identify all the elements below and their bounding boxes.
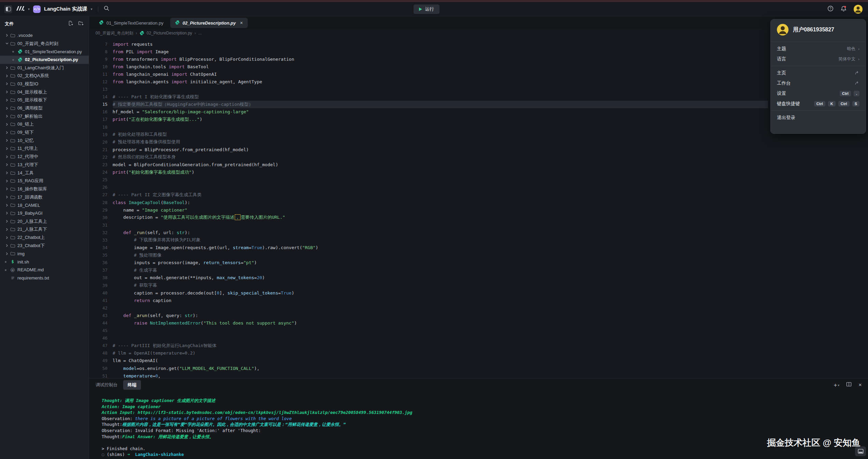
help-icon[interactable]: ?: [827, 5, 834, 13]
search-icon[interactable]: [104, 5, 110, 13]
user-menu-item[interactable]: 退出登录: [771, 113, 866, 123]
code-line[interactable]: 19# 初始化处理器和工具模型: [89, 131, 868, 138]
tree-item[interactable]: 13_代理下: [0, 161, 89, 169]
tree-item[interactable]: 02_PictureDescription.py: [0, 56, 89, 64]
tree-item[interactable]: 16_操作数据库: [0, 185, 89, 193]
tree-item[interactable]: 22_Chatbot上: [0, 233, 89, 242]
code-line[interactable]: 37 # 生成字幕: [89, 267, 868, 274]
chevron-right-icon[interactable]: [4, 163, 10, 166]
tree-item[interactable]: MREADME.md: [0, 266, 89, 274]
chevron-right-icon[interactable]: [4, 252, 10, 255]
terminal-output[interactable]: Thought: 调用 Image captioner 生成图片的文字描述Act…: [102, 398, 413, 458]
code-line[interactable]: 47# ---- PartIII 初始化并运行LangChain智能体: [89, 342, 868, 349]
code-line[interactable]: 36 inputs = processor(image, return_tens…: [89, 259, 868, 267]
chevron-right-icon[interactable]: [4, 74, 10, 77]
tree-item[interactable]: 05_提示模板下: [0, 96, 89, 104]
new-terminal-icon[interactable]: +▾: [834, 382, 839, 388]
code-line[interactable]: 34 image = Image.open(requests.get(url, …: [89, 244, 868, 252]
chevron-right-icon[interactable]: [4, 99, 10, 102]
run-button[interactable]: 运行: [414, 4, 439, 14]
tree-item[interactable]: 01_SimpleTextGeneration.py: [0, 47, 89, 56]
code-line[interactable]: 10from langchain.tools import BaseTool: [89, 63, 868, 70]
chevron-right-icon[interactable]: [4, 147, 10, 150]
tree-item[interactable]: img: [0, 250, 89, 258]
user-menu-item[interactable]: 键盘快捷键CtrlKCtrlS: [771, 99, 866, 109]
tree-item[interactable]: requirements.txt: [0, 274, 89, 282]
code-line[interactable]: 48# llm = OpenAI(temperature=0.2): [89, 349, 868, 357]
code-line[interactable]: 14# ---- Part I 初始化图像字幕生成模型: [89, 93, 868, 101]
user-menu-item[interactable]: 主页: [771, 68, 866, 78]
chevron-down-icon[interactable]: [4, 42, 10, 45]
editor-tab[interactable]: 01_SimpleTextGeneration.py: [94, 18, 168, 28]
editor-tab[interactable]: 02_PictureDescription.py✕: [170, 18, 248, 28]
tree-item[interactable]: $init.sh: [0, 258, 89, 266]
chevron-right-icon[interactable]: [4, 82, 10, 85]
code-line[interactable]: 46: [89, 334, 868, 342]
code-line[interactable]: 25: [89, 176, 868, 184]
code-line[interactable]: 24print("初始化图像字幕生成模型成功"): [89, 169, 868, 176]
notifications-bell-icon[interactable]: [840, 5, 847, 13]
tree-item[interactable]: 12_代理中: [0, 153, 89, 161]
code-line[interactable]: 13: [89, 86, 868, 93]
tree-item[interactable]: 20_人脉工具上: [0, 217, 89, 226]
new-file-icon[interactable]: [68, 20, 73, 27]
code-line[interactable]: 8from PIL import Image: [89, 48, 868, 55]
tree-item[interactable]: 17_回调函数: [0, 193, 89, 201]
code-line[interactable]: 11from langchain_openai import ChatOpenA…: [89, 70, 868, 78]
code-line[interactable]: 40 caption = processor.decode(out[0], sk…: [89, 289, 868, 297]
chevron-right-icon[interactable]: [4, 228, 10, 231]
tab-terminal[interactable]: 终端: [123, 380, 141, 390]
code-line[interactable]: 43 def _arun(self, query: str):: [89, 312, 868, 319]
code-line[interactable]: 18: [89, 123, 868, 131]
tree-item[interactable]: 19_BabyAGI: [0, 209, 89, 217]
chevron-right-icon[interactable]: [4, 115, 10, 118]
code-line[interactable]: 20# 预处理器将准备图像供模型使用: [89, 138, 868, 146]
user-menu-item[interactable]: 语言简体中文›: [771, 54, 866, 64]
tree-item[interactable]: 18_CAMEL: [0, 201, 89, 209]
code-line[interactable]: 50 model=os.environ.get("LLM_MODEL_4K_FU…: [89, 364, 868, 372]
tree-item[interactable]: 15_RAG应用: [0, 177, 89, 185]
chevron-right-icon[interactable]: [4, 107, 10, 110]
breadcrumb-item[interactable]: 02_PictureDescription.py: [147, 31, 192, 35]
chevron-right-icon[interactable]: [4, 204, 10, 207]
chevron-right-icon[interactable]: [4, 123, 10, 126]
tree-item[interactable]: .vscode: [0, 31, 89, 40]
tree-item[interactable]: 09_链下: [0, 128, 89, 137]
user-menu-item[interactable]: 设置Ctrl.: [771, 88, 866, 99]
chevron-right-icon[interactable]: [4, 180, 10, 183]
code-line[interactable]: 41 return caption: [89, 297, 868, 304]
code-line[interactable]: 32 def _run(self, url: str):: [89, 229, 868, 236]
code-line[interactable]: 26: [89, 184, 868, 191]
chevron-right-icon[interactable]: [4, 196, 10, 199]
code-line[interactable]: 16hf_model = "Salesforce/blip-image-capt…: [89, 108, 868, 116]
code-line[interactable]: 12from langchain.agents import initializ…: [89, 78, 868, 85]
project-title[interactable]: LangChain 实战课: [44, 6, 87, 12]
tree-item[interactable]: 02_文档QA系统: [0, 72, 89, 80]
code-line[interactable]: 42: [89, 304, 868, 312]
code-line[interactable]: 21processor = BlipProcessor.from_pretrai…: [89, 146, 868, 153]
user-avatar[interactable]: [854, 5, 863, 14]
code-line[interactable]: 17print("正在初始化图像字幕生成模型..."): [89, 116, 868, 123]
chevron-right-icon[interactable]: [4, 90, 10, 94]
code-line[interactable]: 9from transformers import BlipProcessor,…: [89, 55, 868, 63]
breadcrumb[interactable]: 00_开篇词_奇点时刻›02_PictureDescription.py›...: [89, 29, 868, 37]
tab-debug-console[interactable]: 调试控制台: [96, 382, 118, 388]
project-chevron-down-icon[interactable]: ▾: [91, 7, 92, 11]
tree-item[interactable]: 23_Chatbot下: [0, 242, 89, 250]
tree-item[interactable]: 10_记忆: [0, 137, 89, 145]
split-terminal-icon[interactable]: [846, 382, 852, 388]
code-line[interactable]: 45: [89, 327, 868, 334]
code-line[interactable]: 30 description = "使用该工具可以生成图片的文字描述，需要传入图…: [89, 214, 868, 221]
code-line-current[interactable]: 15# 指定要使用的工具模型（HuggingFace中的image-captio…: [89, 101, 868, 108]
marscode-logo-icon[interactable]: [16, 5, 25, 13]
tree-item[interactable]: 14_工具: [0, 169, 89, 177]
tree-item[interactable]: 01_LangChain快速入门: [0, 64, 89, 72]
code-line[interactable]: 28class ImageCapTool(BaseTool):: [89, 199, 868, 206]
chevron-right-icon[interactable]: [4, 236, 10, 239]
code-line[interactable]: 7import requests: [89, 40, 868, 48]
new-folder-icon[interactable]: [78, 20, 84, 27]
tree-item[interactable]: 07_解析输出: [0, 112, 89, 120]
chevron-right-icon[interactable]: [4, 171, 10, 174]
code-line[interactable]: 33 # 下载图像并将其转换为PIL对象: [89, 236, 868, 244]
tree-item[interactable]: 06_调用模型: [0, 104, 89, 112]
